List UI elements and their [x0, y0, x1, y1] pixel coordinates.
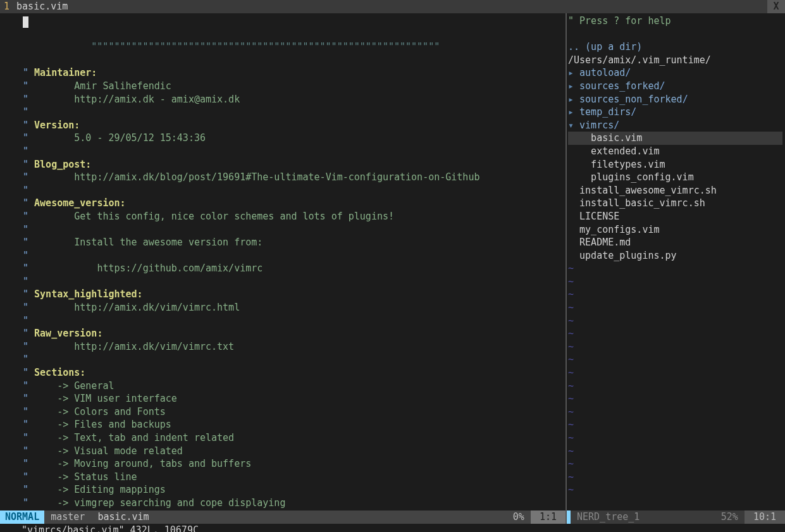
code-line: ": [0, 249, 566, 263]
vim-window: 1 basic.vim X """"""""""""""""""""""""""…: [0, 0, 785, 532]
file-name: basic.vim: [91, 510, 155, 524]
statusline-active: NORMAL master basic.vim 0% 1:1: [0, 510, 566, 524]
code-line: " Maintainer:: [0, 66, 566, 80]
code-line: " Amir Salihefendic: [0, 80, 566, 93]
code-line: " http://amix.dk/vim/vimrc.html: [0, 301, 566, 314]
tab-close-button[interactable]: X: [767, 0, 785, 13]
tilde-line: ~: [567, 445, 785, 458]
code-line: ": [0, 184, 566, 197]
tilde-line: ~: [567, 471, 785, 484]
tree-file[interactable]: plugins_config.vim: [567, 171, 785, 184]
mode-indicator: NORMAL: [0, 510, 44, 524]
statusline-inactive: NERD_tree_1 52% 10:1: [567, 510, 785, 524]
code-line: " -> vimgrep searching and cope displayi…: [0, 497, 566, 510]
code-line: " -> Text, tab and indent related: [0, 431, 566, 445]
tilde-line: ~: [567, 405, 785, 419]
code-line: " Blog_post:: [0, 158, 566, 171]
tilde-line: ~: [567, 288, 785, 301]
close-icon: X: [773, 0, 779, 13]
code-line: " Raw_version:: [0, 327, 566, 340]
tree-file[interactable]: LICENSE: [567, 210, 785, 223]
tab-bar: 1 basic.vim X: [0, 0, 785, 13]
tree-cursor-position: 10:1: [745, 510, 785, 524]
tilde-line: ~: [567, 483, 785, 497]
cursor-position: 1:1: [531, 510, 566, 524]
code-line: " Awesome_version:: [0, 197, 566, 210]
tilde-line: ~: [567, 301, 785, 314]
status-spacer: [156, 510, 507, 524]
tilde-line: ~: [567, 431, 785, 445]
tree-file[interactable]: install_awesome_vimrc.sh: [567, 184, 785, 197]
tilde-line: ~: [567, 457, 785, 471]
buffer-content: """"""""""""""""""""""""""""""""""""""""…: [0, 13, 566, 510]
code-line: " -> Editing mappings: [0, 483, 566, 497]
tree-file[interactable]: filetypes.vim: [567, 158, 785, 171]
tilde-line: ~: [567, 340, 785, 354]
tree-file[interactable]: update_plugins.py: [567, 249, 785, 263]
tree-dir[interactable]: ▸ sources_non_forked/: [567, 93, 785, 106]
code-line: " -> Status line: [0, 471, 566, 484]
tree-dir[interactable]: ▸ autoload/: [567, 66, 785, 80]
empty-lines: ~~~~~~~~~~~~~~~~~~: [567, 262, 785, 497]
tree-content: " Press ? for help .. (up a dir) /Users/…: [567, 13, 785, 262]
tab[interactable]: 1 basic.vim: [0, 0, 71, 13]
tree-dir[interactable]: ▸ sources_forked/: [567, 80, 785, 93]
tree-buffer-name: NERD_tree_1: [571, 510, 646, 524]
tilde-line: ~: [567, 380, 785, 393]
blank-line: [567, 28, 785, 41]
tree-dir[interactable]: ▸ temp_dirs/: [567, 106, 785, 119]
tree-root[interactable]: /Users/amix/.vim_runtime/: [567, 54, 785, 67]
tilde-line: ~: [567, 392, 785, 405]
tilde-line: ~: [567, 275, 785, 288]
tab-index: 1: [4, 1, 9, 12]
code-line: " http://amix.dk/vim/vimrc.txt: [0, 340, 566, 354]
code-line: " -> Spell checking: [0, 510, 566, 510]
tree-file[interactable]: install_basic_vimrc.sh: [567, 197, 785, 210]
code-line: " Sections:: [0, 366, 566, 380]
code-line: ": [0, 275, 566, 288]
tree-up-dir[interactable]: .. (up a dir): [567, 40, 785, 54]
cursor: [23, 16, 28, 28]
code-line: " -> Moving around, tabs and buffers: [0, 457, 566, 471]
code-line: " -> General: [0, 380, 566, 393]
code-line: ": [0, 145, 566, 158]
statusline-row: NORMAL master basic.vim 0% 1:1 NERD_tree…: [0, 510, 785, 524]
tilde-line: ~: [567, 353, 785, 366]
tree-scroll-percent: 52%: [715, 510, 745, 524]
tree-file[interactable]: basic.vim: [567, 132, 785, 145]
tree-file[interactable]: my_configs.vim: [567, 223, 785, 237]
tilde-line: ~: [567, 418, 785, 431]
code-line: " Version:: [0, 119, 566, 132]
code-line: " http://amix.dk/blog/post/19691#The-ult…: [0, 171, 566, 184]
code-line: " Syntax_highlighted:: [0, 288, 566, 301]
code-line: ": [0, 353, 566, 366]
editor-pane[interactable]: """"""""""""""""""""""""""""""""""""""""…: [0, 13, 566, 510]
code-line: ": [0, 223, 566, 237]
tree-file[interactable]: extended.vim: [567, 145, 785, 158]
tree-file[interactable]: README.md: [567, 236, 785, 249]
tilde-line: ~: [567, 327, 785, 340]
tilde-line: ~: [567, 314, 785, 328]
code-line: ": [0, 314, 566, 328]
nerdtree-pane[interactable]: " Press ? for help .. (up a dir) /Users/…: [567, 13, 785, 510]
tree-dir[interactable]: ▾ vimrcs/: [567, 119, 785, 132]
scroll-percent: 0%: [507, 510, 531, 524]
tree-help: " Press ? for help: [568, 15, 671, 27]
command-text: "vimrcs/basic.vim" 432L, 10679C: [22, 524, 199, 532]
header-quotes: """"""""""""""""""""""""""""""""""""""""…: [80, 41, 440, 53]
code-line: " Get this config, nice color schemes an…: [0, 210, 566, 223]
tilde-line: ~: [567, 366, 785, 380]
tab-name: basic.vim: [16, 1, 68, 12]
tilde-line: ~: [567, 262, 785, 275]
code-line: " -> VIM user interface: [0, 392, 566, 405]
split-area: """"""""""""""""""""""""""""""""""""""""…: [0, 13, 785, 510]
code-line: " -> Colors and Fonts: [0, 405, 566, 419]
code-line: ": [0, 106, 566, 119]
command-line[interactable]: "vimrcs/basic.vim" 432L, 10679C: [0, 524, 785, 532]
git-branch: master: [44, 510, 91, 524]
code-line: " https://github.com/amix/vimrc: [0, 262, 566, 275]
code-line: " http://amix.dk - amix@amix.dk: [0, 93, 566, 106]
code-line: " Install the awesome version from:: [0, 236, 566, 249]
code-line: " 5.0 - 29/05/12 15:43:36: [0, 132, 566, 145]
code-line: " -> Files and backups: [0, 418, 566, 431]
